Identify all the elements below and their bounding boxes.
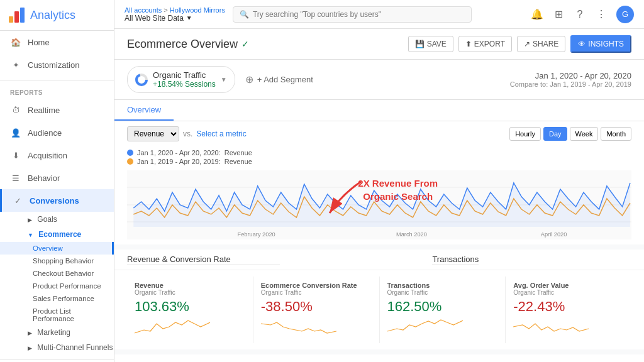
more-icon[interactable]: ⋮ — [595, 8, 608, 21]
date-range: Jan 1, 2020 - Apr 20, 2020 Compare to: J… — [510, 71, 631, 88]
legend-2019: Jan 1, 2019 - Apr 20, 2019: Revenue — [127, 158, 631, 165]
search-bar[interactable]: 🔍 — [233, 6, 472, 23]
chart-area: 2X Revenue FromOrganic Search — [114, 170, 644, 244]
multi-channel-arrow-icon: ▶ — [28, 345, 32, 351]
verified-icon: ✓ — [242, 39, 249, 49]
time-btn-week[interactable]: Week — [570, 127, 599, 141]
topbar: All accounts > Hollywood Mirrors All Web… — [114, 0, 644, 29]
share-button[interactable]: ↗ SHARE — [517, 36, 565, 52]
metric-sub-transactions: Organic Traffic — [387, 289, 498, 296]
sidebar-item-realtime[interactable]: ⏱ Realtime — [0, 99, 114, 121]
sidebar-item-acquisition[interactable]: ⬇ Acquisition — [0, 144, 114, 167]
export-icon: ⬆ — [465, 40, 472, 48]
sidebar-item-product-list-performance[interactable]: Product List Performance — [0, 305, 114, 325]
apps-icon[interactable]: ⊞ — [552, 8, 565, 21]
sidebar-title: Analytics — [30, 9, 75, 22]
sparkline-transactions — [387, 317, 463, 336]
svg-text:March 2020: March 2020 — [396, 231, 427, 238]
metric-value-order-value: -22.43% — [513, 299, 624, 315]
marketing-arrow-icon: ▶ — [28, 330, 32, 336]
sidebar-divider-2 — [0, 359, 114, 359]
page-header: Ecommerce Overview ✓ 💾 SAVE ⬆ EXPORT ↗ S… — [114, 29, 644, 60]
ecommerce-arrow-icon: ▼ — [28, 232, 33, 238]
metrics-section: Revenue & Conversion Rate Transactions R… — [114, 250, 644, 349]
insights-button[interactable]: 👁 INSIGHTS — [570, 35, 631, 53]
sparkline-order-value — [513, 317, 589, 336]
sparkline-revenue — [135, 317, 210, 336]
sidebar-item-checkout-behavior[interactable]: Checkout Behavior — [0, 267, 114, 280]
conversions-icon: ✓ — [12, 195, 23, 206]
content-area: Ecommerce Overview ✓ 💾 SAVE ⬆ EXPORT ↗ S… — [114, 29, 644, 362]
realtime-icon: ⏱ — [10, 104, 21, 116]
analytics-logo — [8, 6, 25, 24]
metric-dropdown[interactable]: Revenue — [127, 126, 179, 141]
breadcrumb-all-accounts[interactable]: All accounts — [125, 6, 162, 14]
metric-value-conversion: -38.50% — [261, 299, 372, 315]
search-input[interactable] — [253, 10, 465, 19]
svg-text:April 2020: April 2020 — [541, 231, 567, 238]
time-btn-day[interactable]: Day — [543, 127, 567, 141]
breadcrumb: All accounts > Hollywood Mirrors — [125, 6, 225, 14]
save-button[interactable]: 💾 SAVE — [408, 36, 453, 52]
sidebar-item-home[interactable]: 🏠 Home — [0, 31, 114, 53]
sidebar-item-audience[interactable]: 👤 Audience — [0, 121, 114, 144]
svg-text:February 2020: February 2020 — [238, 231, 275, 238]
sidebar-item-goals[interactable]: ▶ Goals — [0, 212, 114, 227]
sidebar-item-marketing[interactable]: ▶ Marketing — [0, 325, 114, 340]
behavior-icon: ☰ — [10, 172, 21, 184]
sidebar-item-behavior[interactable]: ☰ Behavior — [0, 167, 114, 189]
segment-donut-icon — [135, 74, 148, 86]
time-btn-hourly[interactable]: Hourly — [509, 127, 541, 141]
segment-bar: Organic Traffic +18.54% Sessions ▼ ⊕ + A… — [114, 60, 644, 100]
annotation-arrow — [311, 175, 374, 219]
sidebar-item-ecommerce[interactable]: ▼ Ecommerce — [0, 227, 114, 242]
sidebar-item-multi-channel[interactable]: ▶ Multi-Channel Funnels — [0, 340, 114, 355]
notifications-icon[interactable]: 🔔 — [531, 8, 543, 21]
chart-controls: Revenue vs. Select a metric Hourly Day W… — [114, 121, 644, 146]
svg-rect-0 — [9, 16, 13, 23]
metric-card-revenue: Revenue Organic Traffic 103.63% — [127, 277, 253, 343]
add-icon: ⊕ — [245, 74, 253, 85]
sidebar-item-product-performance[interactable]: Product Performance — [0, 280, 114, 292]
metrics-section-title: Revenue & Conversion Rate — [127, 255, 280, 265]
tab-overview[interactable]: Overview — [114, 100, 174, 121]
time-buttons: Hourly Day Week Month — [509, 127, 631, 141]
sidebar-item-customization[interactable]: ✦ Customization — [0, 53, 114, 76]
overview-panel: Overview — [114, 100, 644, 121]
sidebar-item-shopping-behavior[interactable]: Shopping Behavior — [0, 255, 114, 267]
add-segment-button[interactable]: ⊕ + Add Segment — [245, 74, 313, 85]
export-button[interactable]: ⬆ EXPORT — [458, 36, 512, 52]
transactions-section-title: Transactions — [432, 255, 479, 265]
dropdown-arrow-icon: ▼ — [186, 14, 192, 21]
metric-card-order-value: Avg. Order Value Organic Traffic -22.43% — [506, 277, 631, 343]
reports-section-label: REPORTS — [0, 84, 114, 99]
sidebar-header: Analytics — [0, 0, 114, 31]
account-selector[interactable]: All Web Site Data ▼ — [125, 14, 225, 23]
home-icon: 🏠 — [10, 36, 21, 48]
sidebar-item-conversions[interactable]: ✓ Conversions — [0, 189, 114, 212]
sparkline-conversion — [261, 317, 336, 336]
metric-value-revenue: 103.63% — [135, 299, 245, 315]
legend-blue-dot — [127, 150, 133, 156]
save-icon: 💾 — [415, 40, 425, 48]
help-icon[interactable]: ? — [574, 8, 586, 21]
metrics-cards: Revenue Organic Traffic 103.63% Ecommerc… — [114, 270, 644, 349]
goals-arrow-icon: ▶ — [28, 217, 32, 223]
marketing-section: Marketing Campaigns Internal Promotion O… — [114, 354, 644, 362]
search-icon: 🔍 — [240, 10, 249, 19]
select-metric-link[interactable]: Select a metric — [196, 129, 246, 138]
breadcrumb-property[interactable]: Hollywood Mirrors — [170, 6, 225, 14]
legend-orange-dot — [127, 158, 133, 165]
time-btn-month[interactable]: Month — [601, 127, 631, 141]
avatar[interactable]: G — [616, 6, 634, 23]
sidebar-item-sales-performance[interactable]: Sales Performance — [0, 292, 114, 305]
metric-card-transactions: Transactions Organic Traffic 162.50% — [380, 277, 506, 343]
breadcrumb-account: All accounts > Hollywood Mirrors All Web… — [125, 6, 225, 23]
topbar-actions: 🔔 ⊞ ? ⋮ G — [531, 6, 634, 23]
metric-title-revenue: Revenue — [135, 282, 245, 289]
chart-legend: Jan 1, 2020 - Apr 20, 2020: Revenue Jan … — [114, 146, 644, 170]
metric-sub-order-value: Organic Traffic — [513, 289, 624, 296]
sidebar-item-overview[interactable]: Overview — [0, 242, 114, 255]
segment-organic-traffic[interactable]: Organic Traffic +18.54% Sessions ▼ — [127, 66, 235, 93]
main-content: All accounts > Hollywood Mirrors All Web… — [114, 0, 644, 362]
